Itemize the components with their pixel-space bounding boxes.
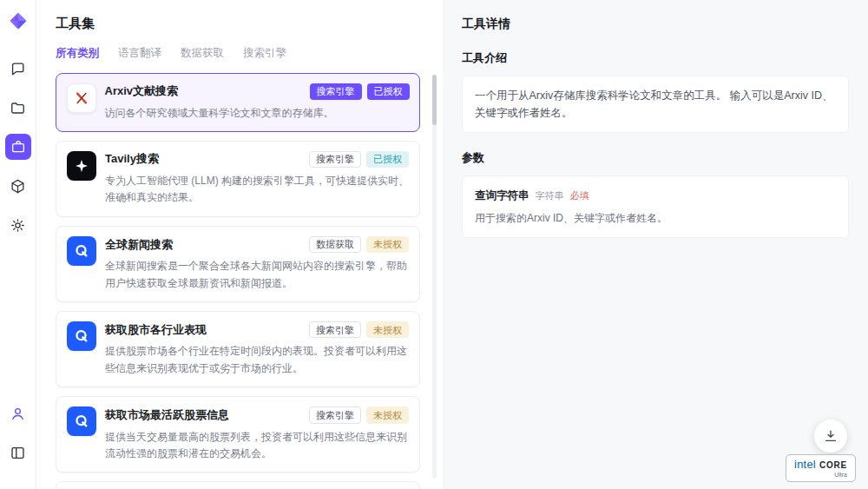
intel-brand-text: intel	[794, 459, 816, 470]
tool-card[interactable]: Arxiv文献搜索 搜索引擎 已授权 访问各个研究领域大量科学论文和文章的存储库…	[56, 73, 420, 132]
category-badge: 搜索引擎	[309, 151, 361, 168]
tavily-icon	[67, 151, 96, 181]
briefcase-icon	[10, 139, 26, 155]
app-window: 工具集 所有类别语言翻译数据获取搜索引擎 Arxiv文献搜索 搜索引擎 已授权 …	[0, 0, 868, 489]
tool-description: 提供当天交易量最高的股票列表，投资者可以利用这些信息来识别流动性强的股票和潜在的…	[105, 429, 409, 463]
param-type: 字符串	[536, 188, 564, 204]
box-icon	[10, 178, 26, 195]
tab-data-fetch[interactable]: 数据获取	[181, 46, 224, 61]
scrollbar-track	[432, 75, 437, 479]
sidebar-item-settings[interactable]	[5, 212, 31, 238]
sidebar-item-plugins[interactable]	[5, 173, 31, 199]
tool-description: 专为人工智能代理 (LLM) 构建的搜索引擎工具，可快速提供实时、准确和真实的结…	[105, 173, 409, 207]
sidebar-item-user[interactable]	[5, 400, 31, 426]
tab-all-categories[interactable]: 所有类别	[56, 46, 99, 61]
tool-detail-panel: 工具详情 工具介绍 一个用于从Arxiv存储库搜索科学论文和文章的工具。 输入可…	[443, 0, 868, 489]
download-icon	[823, 428, 838, 444]
tool-title: Tavily搜索	[105, 151, 159, 167]
intro-text: 一个用于从Arxiv存储库搜索科学论文和文章的工具。 输入可以是Arxiv ID…	[475, 89, 833, 119]
tool-description: 全球新闻搜索是一个聚合全球各大新闻网站内容的搜索引擎，帮助用户快速获取全球最新资…	[105, 258, 409, 292]
sidebar-nav	[5, 56, 31, 251]
folder-icon	[10, 100, 26, 116]
page-title: 工具集	[56, 16, 420, 32]
category-badge: 搜索引擎	[310, 83, 362, 100]
tool-card[interactable]: Tavily搜索 搜索引擎 已授权 专为人工智能代理 (LLM) 构建的搜索引擎…	[56, 141, 420, 217]
tool-title: 获取市场最活跃股票信息	[105, 407, 229, 423]
param-name: 查询字符串	[475, 187, 529, 204]
param-card: 查询字符串 字符串 必填 用于搜索的Arxiv ID、关键字或作者姓名。	[462, 175, 849, 238]
param-required-badge: 必填	[570, 188, 589, 204]
category-badge: 搜索引擎	[309, 321, 361, 338]
tool-title: 获取股市各行业表现	[105, 322, 207, 338]
tool-card[interactable]: 获取股市各行业表现 搜索引擎 未授权 提供股票市场各个行业在特定时间段内的表现。…	[56, 311, 420, 387]
intel-sub-text: Ultra	[794, 472, 847, 478]
gear-icon	[10, 217, 26, 234]
sidebar-item-panel[interactable]	[5, 439, 31, 466]
detail-title: 工具详情	[462, 17, 849, 32]
tab-search-engine[interactable]: 搜索引擎	[243, 46, 286, 61]
sidebar-item-chat[interactable]	[5, 56, 31, 82]
auth-status-badge: 未授权	[366, 406, 409, 423]
intel-core-badge: intel CORE Ultra	[786, 454, 856, 482]
panel-icon	[10, 445, 26, 461]
sidebar-item-toolbox[interactable]	[5, 134, 31, 160]
tool-card[interactable]: 获取市场最活跃股票信息 搜索引擎 未授权 提供当天交易量最高的股票列表，投资者可…	[56, 396, 420, 472]
tool-card[interactable]: 万维地区新闻查询 搜索引擎 未授权 查询具体行政区划内的新闻，快速了解各地新闻动	[56, 481, 420, 489]
q-blue-icon	[67, 236, 96, 266]
param-description: 用于搜索的Arxiv ID、关键字或作者姓名。	[475, 210, 836, 227]
params-section-title: 参数	[462, 150, 849, 166]
tab-translation[interactable]: 语言翻译	[118, 46, 161, 61]
category-badge: 数据获取	[309, 236, 361, 253]
sidebar-bottom	[5, 400, 31, 479]
arxiv-icon	[67, 83, 96, 113]
sidebar-item-folder[interactable]	[5, 95, 31, 121]
auth-status-badge: 未授权	[366, 321, 409, 338]
scrollbar-thumb[interactable]	[432, 75, 437, 125]
auth-status-badge: 已授权	[366, 151, 409, 168]
tool-list: Arxiv文献搜索 搜索引擎 已授权 访问各个研究领域大量科学论文和文章的存储库…	[56, 73, 420, 489]
tool-title: 全球新闻搜索	[105, 237, 173, 253]
tool-description: 提供股票市场各个行业在特定时间段内的表现。投资者可以利用这些信息来识别表现优于或…	[105, 343, 409, 377]
intro-section-title: 工具介绍	[462, 50, 849, 66]
tool-description: 访问各个研究领域大量科学论文和文章的存储库。	[105, 105, 410, 122]
auth-status-badge: 已授权	[367, 83, 410, 100]
intel-product-text: CORE	[819, 461, 847, 470]
param-header: 查询字符串 字符串 必填	[475, 187, 836, 204]
category-tabs: 所有类别语言翻译数据获取搜索引擎	[56, 46, 420, 61]
tool-card[interactable]: 全球新闻搜索 数据获取 未授权 全球新闻搜索是一个聚合全球各大新闻网站内容的搜索…	[56, 226, 420, 302]
chat-icon	[10, 61, 26, 77]
user-icon	[10, 406, 26, 422]
q-blue-icon	[67, 321, 96, 351]
sidebar	[0, 0, 36, 489]
tool-title: Arxiv文献搜索	[105, 83, 179, 99]
auth-status-badge: 未授权	[366, 236, 409, 253]
q-blue-icon	[67, 406, 96, 436]
intro-card: 一个用于从Arxiv存储库搜索科学论文和文章的工具。 输入可以是Arxiv ID…	[462, 76, 849, 133]
download-button[interactable]	[814, 420, 847, 453]
app-logo[interactable]	[8, 10, 29, 31]
category-badge: 搜索引擎	[309, 406, 361, 423]
tool-list-panel: 工具集 所有类别语言翻译数据获取搜索引擎 Arxiv文献搜索 搜索引擎 已授权 …	[36, 0, 443, 489]
